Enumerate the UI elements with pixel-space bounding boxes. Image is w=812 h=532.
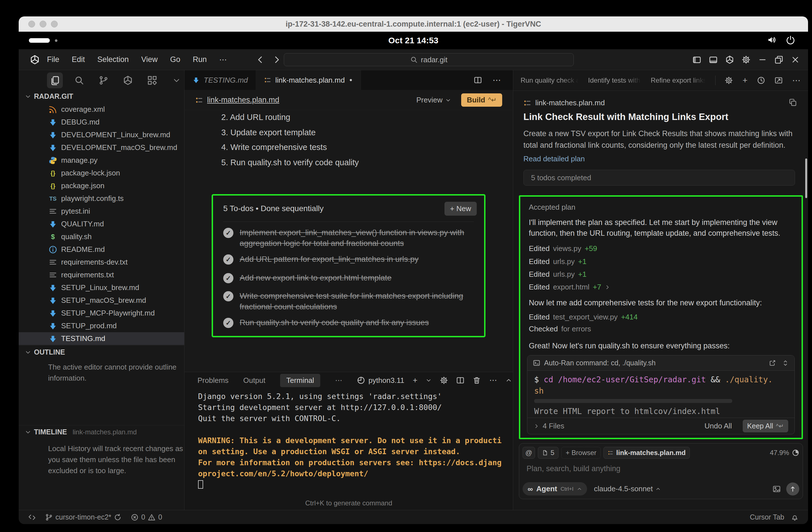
tab-testing-md[interactable]: TESTING.md — [185, 70, 256, 90]
cursor-tab-toggle[interactable]: Cursor Tab — [750, 513, 784, 521]
menu-view[interactable]: View — [141, 55, 158, 64]
split-terminal-icon[interactable] — [456, 376, 464, 384]
copy-icon[interactable] — [789, 99, 797, 106]
search-view-icon[interactable] — [71, 72, 87, 88]
dirty-dot-icon[interactable] — [349, 78, 353, 82]
file-item[interactable]: DEVELOPMENT_Linux_brew.md — [19, 128, 184, 141]
chat-input-placeholder[interactable]: Plan, search, build anything — [526, 464, 621, 473]
mention-pill[interactable]: @ — [523, 447, 535, 459]
timeline-section-header[interactable]: TIMELINE link-matches.plan.md — [25, 428, 137, 436]
toggle-sidebar-icon[interactable] — [693, 56, 701, 64]
attach-image-icon[interactable] — [773, 485, 781, 493]
undo-all-button[interactable]: Undo All — [705, 422, 732, 430]
edited-file-row[interactable]: Editedurls.py+1 — [529, 270, 586, 279]
menu-run[interactable]: Run — [193, 55, 207, 64]
menu-go[interactable]: Go — [170, 55, 180, 64]
power-icon[interactable] — [786, 35, 795, 44]
context-count-pill[interactable]: 5 — [538, 447, 559, 459]
cube-view-icon[interactable] — [120, 72, 136, 88]
desktop-clock[interactable]: Oct 21 14:53 — [389, 35, 438, 45]
new-terminal-icon[interactable]: + — [413, 376, 417, 384]
outline-section-header[interactable]: OUTLINE — [25, 348, 65, 356]
tab-link-matches-plan[interactable]: link-matches.plan.md — [256, 70, 361, 90]
remote-indicator[interactable] — [28, 514, 35, 521]
chevron-up-icon[interactable] — [506, 377, 512, 384]
toggle-panel-icon[interactable] — [709, 56, 717, 64]
problems-indicator[interactable]: 0 0 — [131, 513, 162, 521]
file-item[interactable]: README.md — [19, 243, 184, 256]
file-item[interactable]: manage.py — [19, 154, 184, 167]
todo-item[interactable]: ✓Add new export link to export.html temp… — [223, 273, 474, 283]
build-button[interactable]: Build ^↵ — [461, 94, 502, 107]
terminal-more-icon[interactable]: ⋯ — [335, 376, 342, 385]
file-item[interactable]: requirements-dev.txt — [19, 256, 184, 269]
volume-icon[interactable] — [767, 35, 777, 44]
file-item[interactable]: requirements.txt — [19, 269, 184, 281]
read-plan-link[interactable]: Read detailed plan — [523, 155, 585, 163]
chevron-right-icon[interactable] — [534, 423, 539, 429]
file-item[interactable]: DEBUG.md — [19, 116, 184, 128]
terminal-output[interactable]: Django version 5.2.1, using settings 'ra… — [198, 391, 502, 491]
shell-selector[interactable]: python3.11 — [357, 376, 404, 385]
chat-tab-2[interactable]: Refine export links f — [651, 76, 706, 84]
file-item[interactable]: SETUP_prod.md — [19, 319, 184, 332]
file-item[interactable]: SETUP_MCP-Playwright.md — [19, 307, 184, 319]
send-button[interactable] — [786, 483, 799, 495]
chat-input-box[interactable]: @ 5 + Browser link-matches.plan.md 47.9% — [519, 443, 803, 499]
git-branch-indicator[interactable]: cursor-timon-ec2* — [45, 513, 121, 521]
restore-icon[interactable] — [775, 56, 783, 64]
terminal-settings-icon[interactable] — [440, 376, 448, 384]
chat-file-ref[interactable]: link-matches.plan.md — [523, 99, 605, 107]
close-icon[interactable] — [791, 56, 800, 64]
zoom-traffic-light[interactable] — [51, 21, 58, 27]
history-icon[interactable] — [757, 76, 765, 84]
chat-tab-0[interactable]: Run quality check an — [521, 76, 579, 84]
file-item[interactable]: coverage.xml — [19, 103, 184, 116]
file-item[interactable]: {}package-lock.json — [19, 167, 184, 179]
settings-gear-icon[interactable] — [742, 56, 750, 64]
menu-file[interactable]: File — [47, 55, 59, 64]
bell-icon[interactable] — [791, 514, 798, 521]
expand-collapse-icon[interactable] — [782, 360, 789, 366]
minimize-icon[interactable] — [758, 56, 767, 64]
chat-scrollbar-thumb[interactable] — [805, 158, 807, 198]
browser-pill[interactable]: + Browser — [561, 447, 601, 459]
edited-file-row[interactable]: Editedviews.py+59 — [529, 244, 597, 253]
agent-mode-selector[interactable]: ∞ Agent Ctrl+I — [523, 482, 587, 495]
close-traffic-light[interactable] — [28, 21, 35, 27]
edited-file-row[interactable]: Editedexport.html+7 — [529, 283, 610, 291]
todo-item[interactable]: ✓Add URL pattern for export_link_matches… — [223, 254, 474, 264]
checked-row[interactable]: Checked for errors — [529, 325, 591, 333]
preview-dropdown[interactable]: Preview — [416, 96, 451, 104]
todos-summary-box[interactable]: 5 todos completed — [523, 170, 795, 186]
files-count[interactable]: 4 Files — [543, 422, 564, 430]
menu-edit[interactable]: Edit — [72, 55, 85, 64]
chat-more-icon[interactable]: ⋯ — [792, 76, 801, 85]
file-item[interactable]: TSplaywright.config.ts — [19, 192, 184, 205]
terminal-more-icon[interactable]: ⋯ — [489, 376, 497, 384]
editor-content[interactable]: 2. Add URL routing3. Update export templ… — [185, 110, 513, 372]
chat-settings-icon[interactable] — [725, 76, 733, 84]
new-todo-button[interactable]: + New — [445, 202, 477, 216]
minimize-traffic-light[interactable] — [40, 21, 46, 27]
chevron-down-icon[interactable] — [169, 72, 185, 88]
chat-tab-1[interactable]: Identify tests with e — [588, 76, 641, 84]
file-item[interactable]: SETUP_macOS_brew.md — [19, 294, 184, 307]
model-selector[interactable]: claude-4.5-sonnet — [594, 485, 661, 493]
edited-file-row[interactable]: Editedtest_export_view.py+414 — [529, 313, 638, 321]
editor-more-icon[interactable]: ⋯ — [493, 76, 501, 84]
cursor-logo-icon[interactable] — [30, 55, 40, 64]
menu-more[interactable]: ⋯ — [219, 55, 227, 64]
tab-output[interactable]: Output — [243, 376, 265, 385]
activities-indicator[interactable] — [29, 38, 50, 43]
keep-all-button[interactable]: Keep All ^↵ — [743, 420, 788, 432]
tab-terminal[interactable]: Terminal — [280, 374, 320, 387]
file-item[interactable]: DEVELOPMENT_macOS_brew.md — [19, 141, 184, 154]
plan-file-link[interactable]: link-matches.plan.md — [207, 96, 279, 104]
source-control-icon[interactable] — [96, 72, 112, 88]
file-item[interactable]: $quality.sh — [19, 230, 184, 243]
open-in-terminal-icon[interactable] — [769, 360, 776, 366]
command-line[interactable]: $ cd /home/ec2-user/GitSep/radar.git && … — [534, 374, 773, 397]
file-item[interactable]: SETUP_Linux_brew.md — [19, 281, 184, 294]
new-chat-icon[interactable]: + — [742, 76, 748, 85]
